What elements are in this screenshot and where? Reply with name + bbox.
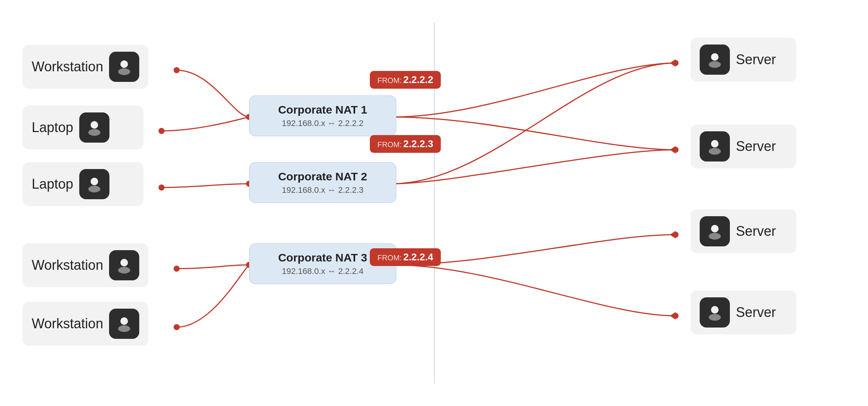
- workstation3-icon: [109, 309, 139, 339]
- svg-marker-0: [670, 59, 676, 67]
- laptop2-icon: [79, 169, 109, 199]
- svg-point-5: [159, 128, 165, 134]
- svg-point-7: [174, 266, 180, 272]
- nat1-subtitle: 192.168.0.x ↔ 2.2.2.2: [263, 118, 382, 128]
- nat3-subtitle: 192.168.0.x ↔ 2.2.2.4: [263, 266, 382, 276]
- svg-point-31: [711, 140, 719, 148]
- svg-marker-1: [670, 146, 676, 154]
- laptop2-node: Laptop: [23, 162, 143, 206]
- server4-label: Server: [736, 304, 776, 320]
- server2-label: Server: [736, 138, 776, 154]
- from-ip-2: 2.2.2.3: [403, 138, 433, 149]
- svg-point-15: [673, 60, 679, 66]
- workstation3-node: Workstation: [23, 302, 148, 346]
- svg-point-26: [118, 267, 130, 274]
- svg-point-23: [91, 178, 98, 185]
- diagram: Workstation Laptop Laptop Workst: [0, 0, 868, 406]
- svg-point-36: [709, 314, 721, 321]
- svg-point-20: [118, 68, 130, 75]
- laptop2-label: Laptop: [32, 176, 73, 192]
- laptop1-icon: [79, 112, 109, 143]
- from-badge-1: FROM:2.2.2.2: [370, 71, 441, 89]
- from-ip-1: 2.2.2.2: [403, 74, 433, 85]
- svg-point-32: [709, 148, 721, 155]
- svg-point-18: [673, 313, 679, 319]
- nat2-node: Corporate NAT 2 192.168.0.x ↔ 2.2.2.3: [249, 162, 396, 203]
- svg-point-6: [159, 185, 165, 191]
- server1-node: Server: [691, 38, 796, 82]
- svg-point-21: [91, 121, 98, 129]
- server4-icon: [700, 297, 730, 328]
- server2-node: Server: [691, 125, 796, 168]
- svg-point-27: [120, 317, 128, 325]
- svg-point-25: [120, 259, 128, 266]
- server3-icon: [700, 216, 730, 246]
- workstation1-icon: [109, 52, 139, 82]
- server1-icon: [700, 45, 730, 75]
- workstation2-node: Workstation: [23, 243, 148, 287]
- from-badge-2: FROM:2.2.2.3: [370, 135, 441, 153]
- server4-node: Server: [691, 291, 796, 334]
- svg-point-34: [709, 233, 721, 240]
- nat2-title: Corporate NAT 2: [263, 170, 382, 183]
- svg-point-24: [88, 186, 100, 192]
- from-badge-3: FROM:2.2.2.4: [370, 248, 441, 266]
- svg-point-35: [711, 306, 719, 314]
- laptop1-label: Laptop: [32, 120, 73, 135]
- svg-marker-2: [670, 231, 676, 238]
- svg-point-29: [711, 53, 719, 61]
- svg-point-28: [118, 325, 130, 332]
- workstation2-icon: [109, 250, 139, 280]
- nat1-node: Corporate NAT 1 192.168.0.x ↔ 2.2.2.2: [249, 95, 396, 136]
- svg-point-8: [174, 324, 180, 330]
- nat3-title: Corporate NAT 3: [263, 251, 382, 264]
- workstation2-label: Workstation: [32, 257, 103, 273]
- server3-node: Server: [691, 209, 796, 253]
- nat2-subtitle: 192.168.0.x ↔ 2.2.2.3: [263, 185, 382, 195]
- from-label-2: FROM:: [377, 140, 402, 149]
- from-label-1: FROM:: [377, 76, 402, 85]
- svg-point-33: [711, 225, 719, 232]
- server3-label: Server: [736, 223, 776, 239]
- svg-point-30: [709, 61, 721, 68]
- svg-point-4: [174, 67, 180, 73]
- svg-marker-3: [670, 312, 676, 320]
- svg-point-19: [120, 60, 128, 68]
- server2-icon: [700, 131, 730, 161]
- svg-point-16: [673, 147, 679, 153]
- svg-point-22: [88, 129, 100, 136]
- workstation1-label: Workstation: [32, 59, 103, 75]
- from-ip-3: 2.2.2.4: [403, 251, 433, 263]
- svg-point-17: [673, 232, 679, 238]
- workstation3-label: Workstation: [32, 316, 103, 332]
- server1-label: Server: [736, 52, 776, 68]
- laptop1-node: Laptop: [23, 106, 143, 149]
- nat1-title: Corporate NAT 1: [263, 103, 382, 116]
- workstation1-node: Workstation: [23, 45, 148, 89]
- from-label-3: FROM:: [377, 254, 402, 262]
